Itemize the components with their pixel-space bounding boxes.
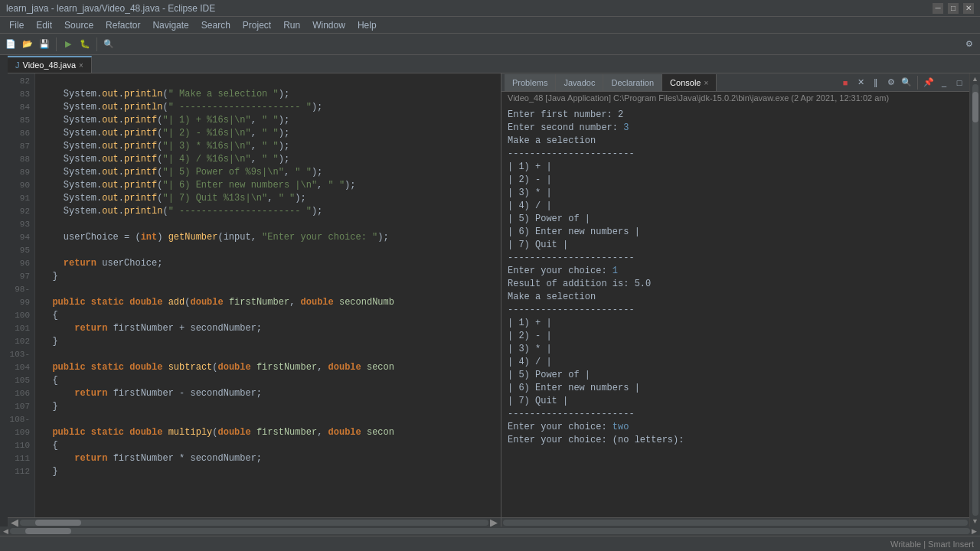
line-num-84: 84	[8, 101, 30, 114]
line-num-92: 92	[8, 205, 30, 218]
console-header-text: Video_48 [Java Application] C:\Program F…	[508, 93, 889, 103]
line-num-108: 108-	[8, 413, 30, 426]
console-output[interactable]: Enter first number: 2 Enter second numbe…	[501, 106, 969, 517]
line-num-110: 110	[8, 439, 30, 452]
console-tab-problems[interactable]: Problems	[505, 74, 556, 91]
line-num-103: 103-	[8, 348, 30, 361]
line-num-96: 96	[8, 257, 30, 270]
menu-source[interactable]: Source	[58, 18, 100, 32]
scroll-up-btn[interactable]: ▲	[972, 75, 978, 83]
vert-scroll-track[interactable]	[972, 84, 978, 516]
console-tabs: Problems Javadoc Declaration Console ×	[505, 73, 717, 91]
line-num-89: 89	[8, 166, 30, 179]
javadoc-tab-label: Javadoc	[564, 78, 595, 87]
menu-search[interactable]: Search	[195, 18, 237, 32]
line-num-104: 104	[8, 361, 30, 374]
close-button[interactable]: ✕	[963, 3, 974, 14]
status-cursor: Writable | Smart Insert	[890, 540, 974, 549]
line-num-100: 100	[8, 309, 30, 322]
toolbar-settings[interactable]: ⚙	[962, 37, 977, 52]
console-minimize-btn[interactable]: _	[937, 76, 951, 90]
toolbar-save[interactable]: 💾	[37, 37, 52, 52]
menu-navigate[interactable]: Navigate	[146, 18, 194, 32]
maximize-button[interactable]: □	[948, 3, 959, 14]
bottom-scroll-right[interactable]: ▶	[970, 527, 978, 535]
toolbar-run[interactable]: ▶	[60, 37, 76, 52]
console-pin-btn[interactable]: 📌	[922, 76, 936, 90]
editor-tab-video48[interactable]: J Video_48.java ×	[8, 56, 92, 73]
bottom-scroll-left[interactable]: ◀	[2, 527, 10, 535]
console-maximize-btn[interactable]: □	[952, 76, 966, 90]
line-numbers: 82 83 84 85 86 87 88 89 90 91 92 93	[8, 73, 35, 517]
menu-run[interactable]: Run	[277, 18, 306, 32]
toolbar-debug[interactable]: 🐛	[77, 37, 93, 52]
line-num-107: 107	[8, 400, 30, 413]
scroll-right-btn[interactable]: ▶	[488, 517, 499, 527]
editor-horizontal-scrollbar[interactable]: ◀ ▶	[8, 517, 501, 527]
line-num-88: 88	[8, 153, 30, 166]
vertical-scrollbar[interactable]: ▲ ▼	[969, 73, 980, 527]
console-scroll-track[interactable]	[503, 520, 968, 526]
console-stop-btn[interactable]: ■	[838, 76, 852, 90]
line-num-83: 83	[8, 88, 30, 101]
editor-tab-close[interactable]: ×	[79, 61, 83, 70]
toolbar-open[interactable]: 📂	[20, 37, 35, 52]
editor-pane: 82 83 84 85 86 87 88 89 90 91 92 93	[8, 73, 501, 527]
console-clear-btn[interactable]: ✕	[854, 76, 867, 90]
minimize-button[interactable]: ─	[933, 3, 943, 14]
title-bar: learn_java - learn_java/Video_48.java - …	[0, 0, 980, 17]
menu-help[interactable]: Help	[351, 18, 383, 32]
right-panel: Problems Javadoc Declaration Console ×	[501, 73, 969, 527]
menu-refactor[interactable]: Refactor	[100, 18, 146, 32]
menu-file[interactable]: File	[3, 18, 30, 32]
console-pause-btn[interactable]: ‖	[869, 76, 883, 90]
editor-tab-bar: J Video_48.java ×	[8, 55, 980, 73]
console-tab-javadoc[interactable]: Javadoc	[556, 74, 603, 91]
menu-edit[interactable]: Edit	[30, 18, 58, 32]
line-num-97: 97	[8, 270, 30, 283]
line-num-98: 98-	[8, 283, 30, 296]
editor-scroll-thumb[interactable]	[35, 520, 81, 526]
code-content[interactable]: System.out.println(" Make a selection ")…	[35, 73, 501, 517]
toolbar-sep2	[96, 37, 97, 51]
console-search-btn[interactable]: 🔍	[900, 76, 913, 90]
toolbar-new[interactable]: 📄	[3, 37, 18, 52]
menu-project[interactable]: Project	[237, 18, 277, 32]
menu-bar: File Edit Source Refactor Navigate Searc…	[0, 17, 980, 34]
console-horizontal-scrollbar[interactable]	[501, 517, 969, 527]
bottom-scroll-track[interactable]	[10, 528, 970, 534]
scroll-down-btn[interactable]: ▼	[972, 517, 978, 525]
console-tab-console[interactable]: Console ×	[662, 74, 717, 91]
editor-tab-icon: J	[15, 60, 20, 70]
console-tab-declaration[interactable]: Declaration	[603, 74, 662, 91]
line-num-106: 106	[8, 387, 30, 400]
toolbar-search[interactable]: 🔍	[101, 37, 116, 52]
line-num-109: 109	[8, 426, 30, 439]
line-num-85: 85	[8, 114, 30, 127]
console-header: Video_48 [Java Application] C:\Program F…	[501, 92, 969, 106]
editor-scroll-track[interactable]	[20, 520, 488, 526]
toolbar-sep1	[56, 37, 57, 51]
console-toolbar: ■ ✕ ‖ ⚙ 🔍 📌 _ □	[838, 76, 966, 90]
line-num-87: 87	[8, 140, 30, 153]
title-bar-text: learn_java - learn_java/Video_48.java - …	[6, 3, 933, 14]
console-tab-label: Console	[670, 78, 701, 87]
toolbar: 📄 📂 💾 ▶ 🐛 🔍 ⚙	[0, 34, 980, 55]
line-num-82: 82	[8, 75, 30, 88]
line-num-99: 99	[8, 296, 30, 309]
console-settings-btn[interactable]: ⚙	[884, 76, 898, 90]
console-tab-close[interactable]: ×	[704, 79, 708, 87]
bottom-scrollbar[interactable]: ◀ ▶	[0, 527, 980, 536]
declaration-tab-label: Declaration	[611, 78, 654, 87]
scroll-left-btn[interactable]: ◀	[9, 517, 20, 527]
title-bar-controls: ─ □ ✕	[933, 3, 974, 14]
menu-window[interactable]: Window	[306, 18, 351, 32]
line-num-90: 90	[8, 179, 30, 192]
bottom-scroll-thumb[interactable]	[25, 528, 71, 534]
line-num-111: 111	[8, 452, 30, 465]
problems-tab-label: Problems	[512, 78, 547, 87]
line-num-105: 105	[8, 374, 30, 387]
line-num-101: 101	[8, 322, 30, 335]
vert-scroll-thumb[interactable]	[972, 92, 978, 122]
console-tab-bar: Problems Javadoc Declaration Console ×	[501, 73, 969, 92]
